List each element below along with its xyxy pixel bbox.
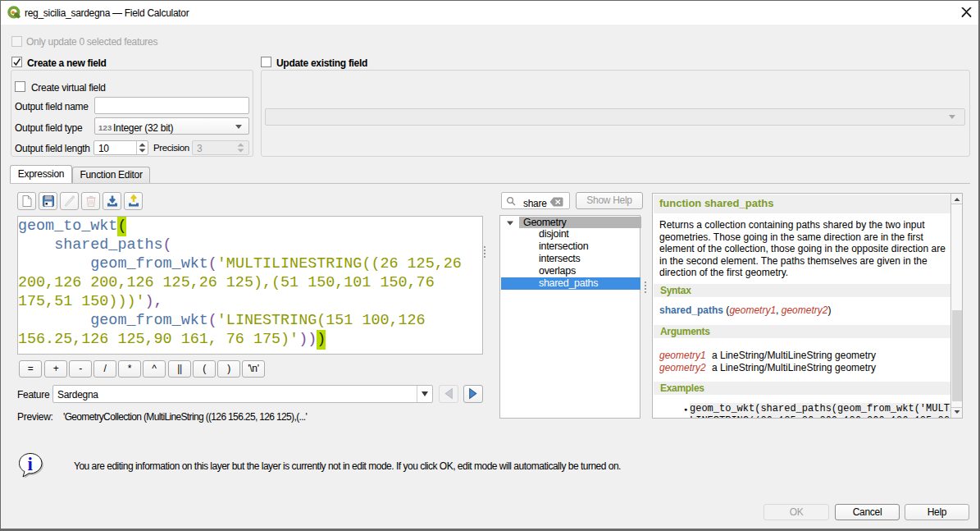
svg-text:i: i (27, 454, 33, 474)
